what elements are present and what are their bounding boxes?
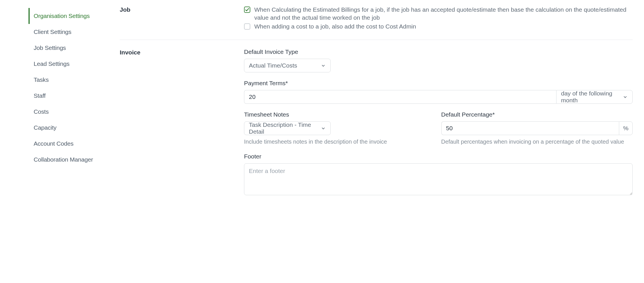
sidebar-item-label: Collaboration Manager bbox=[34, 156, 93, 163]
checkbox-label: When adding a cost to a job, also add th… bbox=[254, 23, 416, 30]
checkbox-row-cost-admin: When adding a cost to a job, also add th… bbox=[244, 23, 633, 30]
checkbox-estimated-billings[interactable] bbox=[244, 7, 250, 13]
field-help: Include timesheets notes in the descript… bbox=[244, 138, 436, 146]
sidebar-item-organisation-settings[interactable]: Organisation Settings bbox=[29, 8, 120, 24]
section-title-job: Job bbox=[120, 6, 244, 31]
field-help: Default percentages when invoicing on a … bbox=[441, 138, 633, 146]
sidebar-item-client-settings[interactable]: Client Settings bbox=[29, 24, 120, 40]
chevron-down-icon bbox=[623, 94, 628, 99]
input-default-percentage[interactable] bbox=[441, 121, 619, 135]
section-invoice: Invoice Default Invoice Type Actual Time… bbox=[120, 48, 633, 213]
section-body-job: When Calculating the Estimated Billings … bbox=[244, 6, 633, 31]
sidebar-item-capacity[interactable]: Capacity bbox=[29, 120, 120, 136]
field-label: Payment Terms* bbox=[244, 80, 633, 87]
textarea-footer[interactable] bbox=[244, 163, 633, 195]
select-value: Actual Time/Costs bbox=[249, 62, 297, 69]
sidebar-item-collaboration-manager[interactable]: Collaboration Manager bbox=[29, 152, 120, 168]
sidebar-item-label: Job Settings bbox=[34, 44, 66, 51]
field-timesheet-notes: Timesheet Notes Task Description - Time … bbox=[244, 111, 436, 146]
select-value: Task Description - Time Detail bbox=[249, 121, 321, 135]
section-title-invoice: Invoice bbox=[120, 48, 244, 204]
sidebar-item-label: Costs bbox=[34, 108, 49, 115]
settings-content: Job When Calculating the Estimated Billi… bbox=[120, 6, 644, 221]
field-footer: Footer bbox=[244, 153, 633, 197]
row-timesheet-percentage: Timesheet Notes Task Description - Time … bbox=[244, 111, 633, 153]
field-payment-terms: Payment Terms* day of the following mont… bbox=[244, 80, 633, 104]
field-label: Timesheet Notes bbox=[244, 111, 436, 118]
sidebar-item-job-settings[interactable]: Job Settings bbox=[29, 40, 120, 56]
section-body-invoice: Default Invoice Type Actual Time/Costs P… bbox=[244, 48, 633, 204]
payment-terms-row: day of the following month bbox=[244, 90, 633, 104]
percent-suffix: % bbox=[619, 121, 633, 135]
sidebar-item-staff[interactable]: Staff bbox=[29, 88, 120, 104]
sidebar-item-lead-settings[interactable]: Lead Settings bbox=[29, 56, 120, 72]
settings-page: Organisation Settings Client Settings Jo… bbox=[0, 0, 644, 221]
sidebar-item-label: Lead Settings bbox=[34, 60, 70, 67]
sidebar-item-label: Staff bbox=[34, 92, 46, 99]
select-timesheet-notes[interactable]: Task Description - Time Detail bbox=[244, 121, 331, 135]
field-label: Default Percentage* bbox=[441, 111, 633, 118]
field-default-percentage: Default Percentage* % Default percentage… bbox=[441, 111, 633, 146]
select-payment-terms-unit[interactable]: day of the following month bbox=[556, 90, 633, 104]
sidebar-item-tasks[interactable]: Tasks bbox=[29, 72, 120, 88]
sidebar-item-account-codes[interactable]: Account Codes bbox=[29, 136, 120, 152]
chevron-down-icon bbox=[321, 126, 326, 131]
sidebar-item-label: Client Settings bbox=[34, 28, 71, 35]
sidebar-item-label: Account Codes bbox=[34, 140, 74, 147]
sidebar-item-label: Tasks bbox=[34, 76, 49, 83]
select-value: day of the following month bbox=[561, 90, 623, 104]
checkbox-cost-admin[interactable] bbox=[244, 23, 250, 30]
check-icon bbox=[245, 7, 249, 12]
settings-sidebar: Organisation Settings Client Settings Jo… bbox=[0, 6, 120, 221]
field-label: Footer bbox=[244, 153, 633, 160]
sidebar-item-label: Organisation Settings bbox=[34, 13, 90, 19]
input-payment-terms-days[interactable] bbox=[244, 90, 556, 104]
sidebar-item-label: Capacity bbox=[34, 124, 56, 131]
select-default-invoice-type[interactable]: Actual Time/Costs bbox=[244, 59, 331, 72]
chevron-down-icon bbox=[321, 63, 326, 68]
checkbox-row-estimated-billings: When Calculating the Estimated Billings … bbox=[244, 6, 633, 22]
sidebar-item-costs[interactable]: Costs bbox=[29, 104, 120, 120]
field-default-invoice-type: Default Invoice Type Actual Time/Costs bbox=[244, 48, 633, 72]
checkbox-label: When Calculating the Estimated Billings … bbox=[254, 6, 633, 22]
percent-input-row: % bbox=[441, 121, 633, 135]
section-job: Job When Calculating the Estimated Billi… bbox=[120, 6, 633, 40]
field-label: Default Invoice Type bbox=[244, 48, 633, 55]
